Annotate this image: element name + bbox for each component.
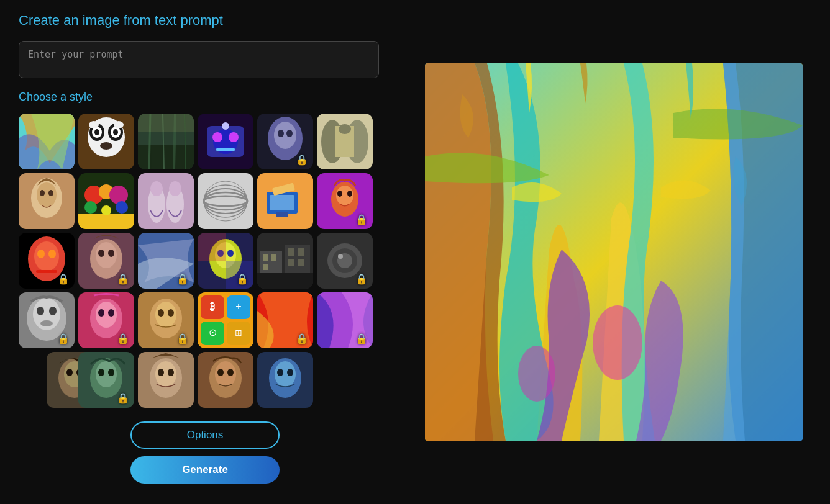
svg-point-145 [158, 369, 164, 376]
svg-point-74 [48, 250, 56, 258]
svg-rect-18 [138, 114, 194, 132]
style-item-18[interactable]: 🔒 [19, 292, 75, 348]
svg-rect-96 [298, 248, 304, 256]
svg-point-22 [212, 132, 222, 142]
svg-point-28 [274, 122, 296, 149]
svg-point-10 [89, 121, 99, 128]
lock-icon: 🔒 [117, 392, 129, 404]
page-title: Create an image from text prompt [19, 12, 391, 29]
style-item-23[interactable]: 🔒 [317, 292, 373, 348]
style-item-9[interactable] [198, 173, 253, 229]
svg-point-38 [37, 182, 57, 207]
lock-icon: 🔒 [117, 273, 129, 285]
style-item-6[interactable] [19, 173, 75, 229]
svg-point-79 [98, 250, 104, 257]
svg-point-39 [40, 190, 45, 196]
svg-point-30 [286, 130, 293, 137]
buttons-row: Options Generate [19, 421, 391, 484]
lock-icon: 🔒 [296, 333, 308, 344]
style-item-20[interactable]: 🔒 [138, 292, 194, 348]
svg-point-86 [227, 250, 234, 257]
svg-point-135 [66, 369, 73, 376]
svg-point-72 [34, 241, 59, 271]
style-item-12[interactable]: 🔒 [19, 233, 75, 289]
style-item-16[interactable] [257, 233, 313, 289]
style-item-13[interactable]: 🔒 [78, 233, 134, 289]
svg-point-69 [347, 191, 352, 197]
svg-point-115 [108, 309, 114, 317]
svg-point-158 [593, 305, 642, 380]
lock-icon: 🔒 [355, 214, 368, 225]
svg-text:+: + [235, 301, 241, 312]
style-item-0[interactable] [19, 114, 75, 169]
style-item-5[interactable] [317, 114, 373, 169]
svg-point-8 [113, 129, 118, 135]
svg-rect-62 [270, 195, 294, 210]
svg-point-119 [158, 309, 164, 317]
style-item-19[interactable]: 🔒 [78, 292, 134, 348]
style-item-11[interactable]: 🔒 [317, 173, 373, 229]
svg-point-110 [40, 320, 53, 326]
svg-point-23 [229, 132, 239, 142]
svg-point-155 [277, 369, 283, 376]
svg-point-47 [116, 201, 128, 214]
lock-icon: 🔒 [117, 333, 129, 344]
svg-point-45 [109, 186, 128, 204]
svg-point-46 [84, 201, 97, 214]
svg-point-140 [98, 369, 104, 376]
style-item-28[interactable] [257, 352, 313, 408]
svg-text:⊙: ⊙ [209, 327, 217, 338]
svg-point-114 [98, 309, 104, 317]
generate-button[interactable]: Generate [130, 456, 280, 484]
svg-point-25 [222, 122, 229, 130]
options-button[interactable]: Options [130, 421, 280, 449]
style-item-2[interactable] [138, 114, 194, 169]
lock-icon: 🔒 [236, 273, 249, 285]
generated-image [425, 63, 803, 441]
svg-rect-87 [198, 233, 226, 261]
svg-rect-92 [263, 254, 268, 261]
svg-point-146 [168, 369, 174, 376]
style-item-14[interactable]: 🔒 [138, 233, 194, 289]
lock-icon: 🔒 [57, 273, 70, 285]
lock-icon: 🔒 [57, 333, 70, 344]
style-item-25[interactable]: 🔒 [78, 352, 134, 408]
style-item-21[interactable]: ₿ + ⊙ ⊞ [198, 292, 253, 348]
svg-point-108 [37, 307, 44, 315]
svg-point-150 [217, 369, 224, 376]
style-item-10[interactable] [257, 173, 313, 229]
svg-point-159 [518, 346, 555, 402]
svg-rect-75 [36, 270, 57, 273]
style-item-7[interactable] [78, 173, 134, 229]
style-item-27[interactable] [198, 352, 253, 408]
svg-point-7 [94, 129, 99, 135]
svg-point-156 [287, 369, 293, 376]
prompt-input[interactable] [19, 41, 379, 78]
svg-rect-94 [263, 264, 268, 270]
svg-point-11 [114, 121, 124, 128]
style-item-17[interactable]: 🔒 [317, 233, 373, 289]
svg-point-52 [150, 181, 163, 196]
style-item-26[interactable] [138, 352, 194, 408]
style-item-8[interactable] [138, 173, 194, 229]
svg-point-9 [100, 142, 112, 150]
style-item-15[interactable]: 🔒 [198, 233, 253, 289]
left-panel: Create an image from text prompt Choose … [0, 0, 410, 504]
svg-rect-93 [271, 254, 276, 261]
svg-rect-24 [216, 148, 235, 151]
svg-point-109 [49, 307, 57, 315]
svg-rect-99 [257, 273, 313, 289]
svg-point-104 [338, 254, 343, 259]
style-item-3[interactable] [198, 114, 253, 169]
style-section-label: Choose a style [19, 91, 391, 104]
svg-point-35 [339, 124, 351, 134]
svg-point-68 [337, 191, 342, 197]
svg-rect-49 [138, 173, 194, 229]
style-item-22[interactable]: 🔒 [257, 292, 313, 348]
style-grid: 🔒 [19, 114, 391, 408]
style-item-1[interactable] [78, 114, 134, 169]
svg-point-141 [108, 369, 114, 376]
lock-icon: 🔒 [176, 273, 189, 285]
svg-point-29 [278, 130, 284, 137]
style-item-4[interactable]: 🔒 [257, 114, 313, 169]
